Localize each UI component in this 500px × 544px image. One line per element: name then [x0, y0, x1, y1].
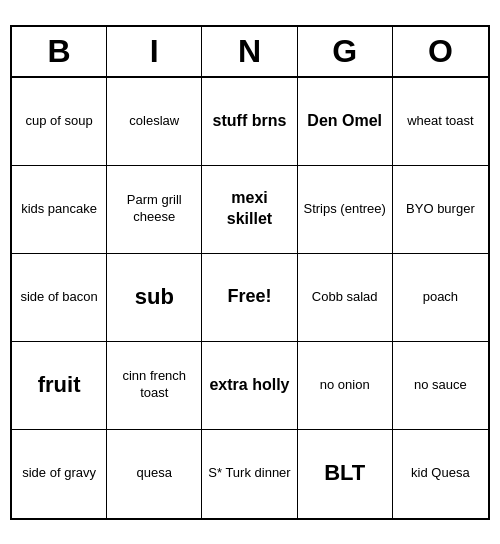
- bingo-cell-14: poach: [393, 254, 488, 342]
- bingo-cell-12: Free!: [202, 254, 297, 342]
- bingo-cell-3: Den Omel: [298, 78, 393, 166]
- header-letter: G: [298, 27, 393, 76]
- bingo-cell-20: side of gravy: [12, 430, 107, 518]
- bingo-cell-4: wheat toast: [393, 78, 488, 166]
- bingo-card: BINGO cup of soupcoleslawstuff brnsDen O…: [10, 25, 490, 520]
- bingo-cell-19: no sauce: [393, 342, 488, 430]
- bingo-cell-15: fruit: [12, 342, 107, 430]
- bingo-cell-8: Strips (entree): [298, 166, 393, 254]
- bingo-cell-13: Cobb salad: [298, 254, 393, 342]
- header-letter: I: [107, 27, 202, 76]
- bingo-cell-21: quesa: [107, 430, 202, 518]
- bingo-cell-17: extra holly: [202, 342, 297, 430]
- bingo-cell-24: kid Quesa: [393, 430, 488, 518]
- header-letter: N: [202, 27, 297, 76]
- header-letter: O: [393, 27, 488, 76]
- header-letter: B: [12, 27, 107, 76]
- bingo-cell-16: cinn french toast: [107, 342, 202, 430]
- bingo-cell-0: cup of soup: [12, 78, 107, 166]
- bingo-cell-18: no onion: [298, 342, 393, 430]
- bingo-cell-11: sub: [107, 254, 202, 342]
- bingo-cell-10: side of bacon: [12, 254, 107, 342]
- bingo-cell-9: BYO burger: [393, 166, 488, 254]
- bingo-cell-2: stuff brns: [202, 78, 297, 166]
- bingo-cell-5: kids pancake: [12, 166, 107, 254]
- bingo-cell-22: S* Turk dinner: [202, 430, 297, 518]
- bingo-header: BINGO: [12, 27, 488, 78]
- bingo-cell-23: BLT: [298, 430, 393, 518]
- bingo-cell-7: mexi skillet: [202, 166, 297, 254]
- bingo-grid: cup of soupcoleslawstuff brnsDen Omelwhe…: [12, 78, 488, 518]
- bingo-cell-6: Parm grill cheese: [107, 166, 202, 254]
- bingo-cell-1: coleslaw: [107, 78, 202, 166]
